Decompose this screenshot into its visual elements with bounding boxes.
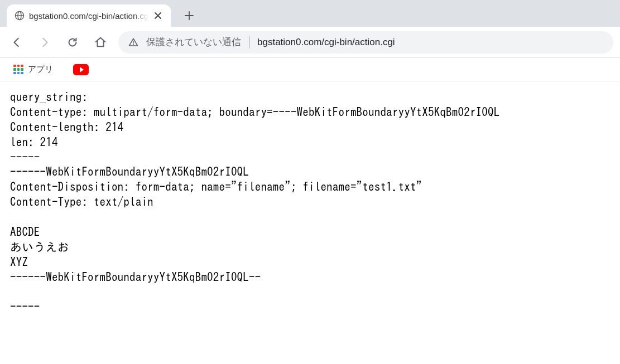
apps-grid-icon [13,65,23,75]
browser-toolbar: 保護されていない通信 bgstation0.com/cgi-bin/action… [0,27,620,58]
reload-button[interactable] [63,32,83,52]
browser-tab[interactable]: bgstation0.com/cgi-bin/action.cg [7,4,171,27]
apps-label: アプリ [28,64,53,75]
forward-button[interactable] [35,32,55,52]
youtube-bookmark[interactable] [70,62,92,77]
not-secure-icon [128,37,138,47]
tab-strip: bgstation0.com/cgi-bin/action.cg [0,0,620,27]
bookmarks-bar: アプリ [0,58,620,81]
new-tab-button[interactable] [180,6,199,25]
apps-shortcut[interactable]: アプリ [10,62,56,77]
address-separator [249,36,249,48]
address-bar[interactable]: 保護されていない通信 bgstation0.com/cgi-bin/action… [118,31,613,54]
url-text: bgstation0.com/cgi-bin/action.cgi [257,37,395,48]
tab-title: bgstation0.com/cgi-bin/action.cg [29,11,148,21]
globe-icon [15,11,25,21]
page-body: query_string: Content-type: multipart/fo… [0,81,620,324]
youtube-icon [73,64,89,75]
security-label: 保護されていない通信 [146,36,241,48]
home-button[interactable] [90,32,110,52]
close-icon[interactable] [153,11,163,21]
back-button[interactable] [7,32,27,52]
svg-point-4 [133,43,134,45]
